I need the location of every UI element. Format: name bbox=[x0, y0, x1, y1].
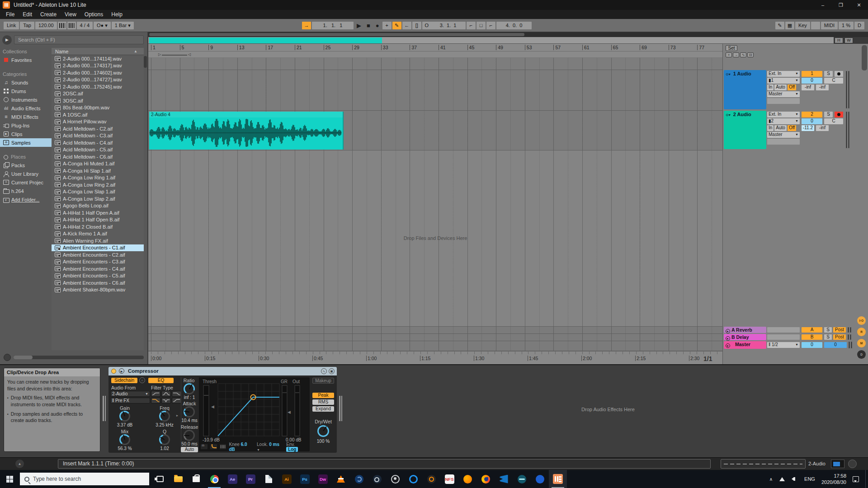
punch-in-button[interactable]: [] bbox=[412, 22, 421, 29]
taskbar-icon-vlc[interactable] bbox=[332, 470, 350, 488]
track-2-output[interactable]: Master▼ bbox=[767, 132, 800, 138]
language-indicator[interactable]: ENG bbox=[804, 476, 815, 482]
return-a-box[interactable] bbox=[767, 327, 800, 333]
eq-toggle[interactable]: EQ bbox=[148, 378, 174, 383]
loop-button[interactable]: O bbox=[422, 22, 431, 29]
device-on-toggle[interactable] bbox=[111, 369, 116, 374]
key-map-button[interactable]: Key bbox=[795, 22, 810, 29]
device-unfold-icon[interactable]: ▶ bbox=[119, 368, 124, 374]
return-b-send[interactable]: B bbox=[802, 334, 822, 340]
re-enable-automation-button[interactable]: ← bbox=[402, 22, 411, 29]
clip-overview-strip[interactable] bbox=[721, 459, 806, 469]
file-row[interactable]: Ambient Encounters - C6.aif bbox=[52, 279, 144, 286]
return-b-post-toggle[interactable]: Post bbox=[833, 334, 846, 340]
taskbar-icon-app-teal[interactable] bbox=[513, 470, 531, 488]
sidebar-item-h-264[interactable]: h.264 bbox=[0, 187, 52, 195]
follow-button[interactable]: → bbox=[302, 22, 311, 29]
loop-length-field[interactable]: 4. 0. 0 bbox=[496, 22, 532, 29]
tap-point-select[interactable]: ‖ Pre FX bbox=[110, 398, 150, 404]
threshold-handle-icon[interactable]: ◀ bbox=[211, 404, 214, 409]
start-button[interactable] bbox=[0, 470, 20, 488]
auto-release-button[interactable]: Auto bbox=[181, 447, 198, 452]
taskbar-icon-after-effects[interactable]: Ae bbox=[223, 470, 241, 488]
file-row[interactable]: 2OSC.aif bbox=[52, 90, 144, 98]
overdub-indicator[interactable]: D bbox=[854, 22, 864, 29]
clip-title[interactable]: 2-Audio 4 bbox=[149, 112, 343, 117]
mix-knob[interactable] bbox=[119, 434, 130, 445]
track-2-arm-button[interactable] bbox=[835, 112, 843, 117]
drywet-knob[interactable] bbox=[317, 425, 329, 437]
taskbar-icon-vscode[interactable] bbox=[495, 470, 513, 488]
draw-mode-button[interactable]: ✎ bbox=[775, 22, 784, 29]
return-b-box[interactable] bbox=[767, 334, 800, 340]
sidebar-item-sounds[interactable]: Sounds bbox=[0, 78, 52, 87]
master-volume[interactable]: 0 bbox=[802, 342, 822, 348]
clock[interactable]: 17:58 2020/08/30 bbox=[821, 473, 846, 485]
list-header[interactable]: Name ▲ bbox=[52, 48, 144, 55]
thresh-value[interactable]: -10.9 dB bbox=[203, 437, 220, 442]
track-2-solo-button[interactable]: S bbox=[824, 112, 833, 117]
sidebar-item-samples[interactable]: Samples bbox=[0, 138, 52, 147]
file-row[interactable]: A-HiHat 2 Closed B.aif bbox=[52, 223, 144, 230]
show-d-toggle[interactable]: D bbox=[857, 350, 866, 359]
taskbar-icon-illustrator[interactable]: Ai bbox=[278, 470, 296, 488]
arrangement-overview[interactable]: H W bbox=[148, 37, 868, 44]
clip-color-box[interactable] bbox=[831, 460, 844, 468]
taskbar-icon-task-view[interactable] bbox=[151, 470, 169, 488]
collapsed-view-icon[interactable] bbox=[220, 444, 226, 449]
file-row[interactable]: Acid Meltdown - C6.aif bbox=[52, 153, 144, 160]
sidebar-item-audio-effects[interactable]: Audio Effects bbox=[0, 104, 52, 113]
mix-value[interactable]: 56.3 % bbox=[111, 446, 138, 451]
gain-knob[interactable] bbox=[119, 411, 130, 422]
menu-options[interactable]: Options bbox=[80, 10, 107, 19]
sidebar-item-add-folder-[interactable]: Add Folder... bbox=[0, 195, 52, 204]
taskbar-icon-microsoft-store[interactable] bbox=[187, 470, 205, 488]
sidebar-item-instruments[interactable]: Instruments bbox=[0, 95, 52, 104]
time-signature-field[interactable]: 4 / 4 bbox=[77, 22, 93, 29]
hidden-icons-chevron[interactable]: ∧ bbox=[769, 477, 773, 482]
file-row[interactable]: Ambient Encounters - C4.aif bbox=[52, 265, 144, 272]
file-row[interactable]: A-Conga Hi Slap 1.aif bbox=[52, 167, 144, 174]
file-row[interactable]: Ambient Encounters - C3.aif bbox=[52, 258, 144, 266]
taskbar-icon-steam[interactable] bbox=[368, 470, 386, 488]
file-row[interactable]: A-HiHat 1 Half Open A.aif bbox=[52, 209, 144, 216]
file-row[interactable]: Ambient Encounters - C1.aif bbox=[52, 244, 144, 252]
drywet-value[interactable]: 100 % bbox=[311, 439, 335, 444]
file-row[interactable]: 3OSC.aif bbox=[52, 97, 144, 104]
compressor-graph[interactable]: Thresh GR Out bbox=[199, 377, 310, 451]
file-row[interactable]: A-Conga Low Ring 1.aif bbox=[52, 174, 144, 182]
lock-icon[interactable]: ⊡ bbox=[747, 52, 754, 57]
file-row[interactable]: 2-Audio 000...175245].wav bbox=[52, 83, 144, 90]
sidebar-item-user-library[interactable]: User Library bbox=[0, 169, 52, 178]
network-icon[interactable] bbox=[779, 476, 785, 482]
return-b-solo[interactable]: S bbox=[824, 334, 832, 340]
taskbar-icon-app-dark-blue[interactable] bbox=[350, 470, 368, 488]
listen-icon[interactable]: ∩ bbox=[139, 377, 145, 383]
sidebar-item-favorites[interactable]: Favorites bbox=[0, 56, 52, 64]
file-row[interactable]: Ambient Encounters - C5.aif bbox=[52, 272, 144, 280]
taskbar-icon-app-orange[interactable] bbox=[458, 470, 476, 488]
sidebar-item-packs[interactable]: Packs bbox=[0, 161, 52, 169]
marker-button[interactable]: □ bbox=[476, 22, 486, 29]
menu-view[interactable]: View bbox=[61, 10, 80, 19]
freq-value[interactable]: 3.25 kHz bbox=[151, 422, 178, 427]
release-knob[interactable] bbox=[184, 430, 195, 441]
expand-mode-button[interactable]: Expand bbox=[312, 406, 334, 412]
file-row[interactable]: A-Conga Low Slap 2.aif bbox=[52, 195, 144, 202]
file-row[interactable]: A Hornet Pillow.wav bbox=[52, 118, 144, 126]
track-2-number[interactable]: 2 bbox=[802, 112, 822, 117]
track-1-header[interactable]: ⊙▾ 1 Audio bbox=[724, 70, 766, 109]
track-1-arm-button[interactable] bbox=[835, 71, 843, 77]
file-row[interactable]: Acid Meltdown - C2.aif bbox=[52, 125, 144, 132]
master-crossfade[interactable]: ‖ 1/2▼ bbox=[767, 342, 800, 348]
track-2-header[interactable]: ⊙▾ 2 Audio bbox=[724, 111, 766, 149]
taskbar-icon-app-blue[interactable] bbox=[531, 470, 549, 488]
file-row[interactable]: 2-Audio 000...174727].wav bbox=[52, 76, 144, 84]
taskbar-icon-chrome[interactable] bbox=[205, 470, 223, 488]
file-row[interactable]: 2-Audio 000...174602].wav bbox=[52, 69, 144, 76]
action-center-icon[interactable] bbox=[853, 476, 859, 482]
sidebar-item-drums[interactable]: Drums bbox=[0, 87, 52, 95]
tempo-field[interactable]: 120.00 bbox=[35, 22, 57, 29]
return-a-lane[interactable] bbox=[148, 327, 722, 334]
link-icon[interactable]: ∿ bbox=[740, 52, 746, 57]
